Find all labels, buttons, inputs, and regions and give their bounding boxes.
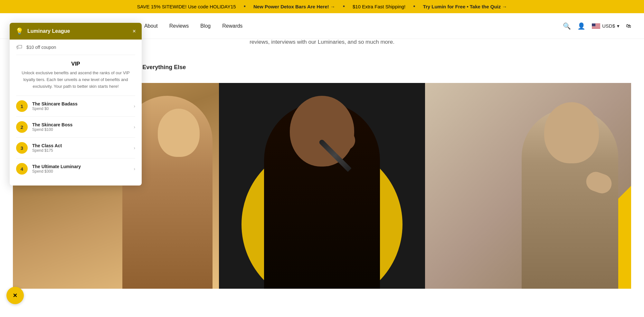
- tier-item-3[interactable]: 3 The Class Act Spend $175 ›: [16, 137, 135, 158]
- currency-selector[interactable]: USD$ ▾: [592, 23, 620, 29]
- tier-list: 1 The Skincare Badass Spend $0 › 2 The S…: [16, 95, 135, 179]
- tier-info-2: The Skincare Boss Spend $100: [32, 122, 129, 132]
- tier-info-4: The Ultimate Luminary Spend $300: [32, 164, 129, 174]
- announcement-link-1[interactable]: New Power Detox Bars Are Here! →: [253, 4, 335, 9]
- tier-item-4[interactable]: 4 The Ultimate Luminary Spend $300 ›: [16, 158, 135, 179]
- coupon-label: $10 off coupon: [26, 45, 56, 50]
- popup-header: 💡 Luminary League ×: [10, 23, 142, 40]
- tier-item-2[interactable]: 2 The Skincare Boss Spend $100 ›: [16, 116, 135, 137]
- announcement-item-1: SAVE 15% SITEWIDE! Use code HOLIDAY15: [137, 4, 236, 9]
- popup-close-button[interactable]: ×: [132, 28, 136, 35]
- dot-3: •: [413, 3, 415, 10]
- announcement-item-3: $10 Extra Fast Shipping!: [353, 4, 405, 9]
- tier-number-4: 4: [16, 163, 28, 175]
- floating-close-button[interactable]: ×: [6, 287, 24, 304]
- chevron-right-icon-4: ›: [134, 166, 135, 171]
- tier-number-1: 1: [16, 100, 28, 112]
- dot-2: •: [343, 3, 345, 10]
- us-flag-icon: [592, 23, 600, 29]
- nav-rewards[interactable]: Rewards: [222, 23, 242, 29]
- tier-spend-3: Spend $175: [32, 148, 129, 153]
- tier-info-1: The Skincare Badass Spend $0: [32, 101, 129, 111]
- chevron-right-icon-3: ›: [134, 145, 135, 150]
- nav-about[interactable]: About: [144, 23, 158, 29]
- popup-header-left: 💡 Luminary League: [15, 27, 70, 35]
- tag-icon: 🏷: [16, 43, 23, 51]
- chevron-right-icon-1: ›: [134, 104, 135, 109]
- tier-item-1[interactable]: 1 The Skincare Badass Spend $0 ›: [16, 95, 135, 116]
- svg-rect-6: [592, 28, 600, 28]
- chevron-right-icon-2: ›: [134, 124, 135, 130]
- tier-name-3: The Class Act: [32, 143, 129, 148]
- tier-name-2: The Skincare Boss: [32, 122, 129, 127]
- tier-name-1: The Skincare Badass: [32, 101, 129, 106]
- currency-label: USD$: [602, 23, 615, 29]
- svg-rect-7: [592, 23, 595, 26]
- announcement-bar: SAVE 15% SITEWIDE! Use code HOLIDAY15 • …: [0, 0, 644, 13]
- tier-number-2: 2: [16, 121, 28, 133]
- nav-blog[interactable]: Blog: [200, 23, 211, 29]
- announcement-link-2[interactable]: Try Lumin for Free • Take the Quiz →: [423, 4, 507, 9]
- blog-card-right[interactable]: [425, 83, 631, 289]
- vip-popup: 💡 Luminary League × 🏷 $10 off coupon VIP…: [10, 23, 142, 186]
- tier-number-3: 3: [16, 142, 28, 154]
- popup-title: Luminary League: [27, 28, 70, 34]
- navbar: Lumin Free Trial How To Luminaries About…: [0, 13, 644, 39]
- vip-title: VIP: [16, 61, 135, 67]
- nav-right: 🔍 👤 USD$ ▾ 🛍: [563, 22, 631, 30]
- nav-reviews[interactable]: Reviews: [169, 23, 189, 29]
- bulb-icon: 💡: [15, 27, 24, 35]
- filter-everything-else[interactable]: Everything Else: [137, 61, 191, 73]
- tier-spend-4: Spend $300: [32, 169, 129, 174]
- currency-chevron: ▾: [617, 23, 620, 29]
- coupon-item: 🏷 $10 off coupon: [16, 40, 135, 55]
- user-icon[interactable]: 👤: [577, 22, 585, 30]
- tier-spend-2: Spend $100: [32, 127, 129, 132]
- cart-icon: 🛍: [626, 23, 631, 29]
- tier-name-4: The Ultimate Luminary: [32, 164, 129, 169]
- svg-rect-5: [592, 27, 600, 27]
- vip-description: Unlock exclusive benefits and ascend the…: [16, 70, 135, 90]
- cart-button[interactable]: 🛍: [626, 23, 631, 29]
- tier-spend-1: Spend $0: [32, 106, 129, 111]
- popup-body: 🏷 $10 off coupon VIP Unlock exclusive be…: [10, 40, 142, 186]
- blog-card-center[interactable]: [219, 83, 425, 289]
- dot-1: •: [244, 3, 246, 10]
- tier-info-3: The Class Act Spend $175: [32, 143, 129, 153]
- search-icon[interactable]: 🔍: [563, 22, 571, 30]
